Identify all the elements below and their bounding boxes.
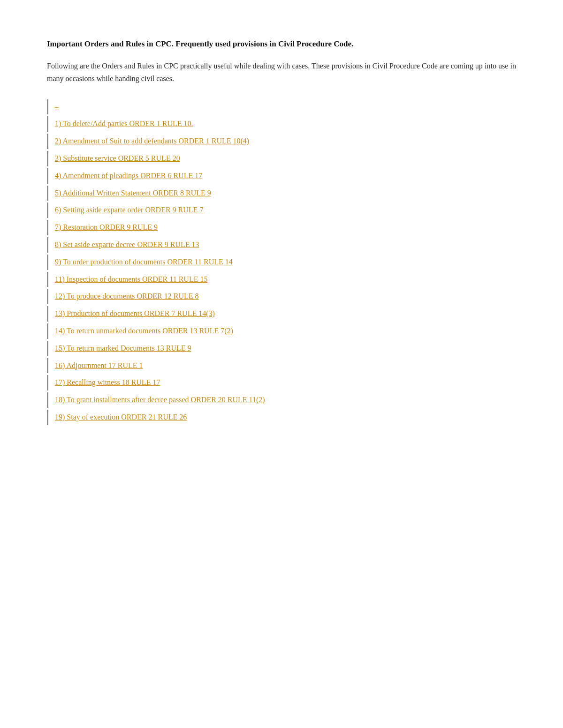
left-bar-decoration — [47, 203, 48, 218]
left-bar-decoration — [47, 151, 48, 166]
list-item-wrapper: 8) Set aside exparte decree ORDER 9 RULE… — [47, 237, 516, 253]
list-item-wrapper: 5) Additional Written Statement ORDER 8 … — [47, 186, 516, 201]
list-item-wrapper: 18) To grant installments after decree p… — [47, 392, 516, 408]
list-link-item-8[interactable]: 8) Set aside exparte decree ORDER 9 RULE… — [55, 237, 199, 253]
list-link-item-6[interactable]: 6) Setting aside exparte order ORDER 9 R… — [55, 203, 203, 218]
left-bar-decoration — [47, 392, 48, 408]
list-item-wrapper: 4) Amendment of pleadings ORDER 6 RULE 1… — [47, 168, 516, 184]
left-bar-decoration — [47, 323, 48, 339]
list-item-wrapper: 17) Recalling witness 18 RULE 17 — [47, 375, 516, 390]
left-bar-decoration — [47, 237, 48, 253]
left-bar-decoration — [47, 99, 48, 115]
left-bar-decoration — [47, 375, 48, 390]
page-heading: Important Orders and Rules in CPC. Frequ… — [47, 38, 516, 50]
list-link-item-empty[interactable]: – — [55, 99, 59, 115]
list-item-wrapper: 9) To order production of documents ORDE… — [47, 255, 516, 270]
left-bar-decoration — [47, 255, 48, 270]
list-item-wrapper: – — [47, 99, 516, 115]
left-bar-decoration — [47, 341, 48, 356]
left-bar-decoration — [47, 134, 48, 149]
list-link-item-14[interactable]: 14) To return unmarked documents ORDER 1… — [55, 323, 233, 339]
list-link-item-17[interactable]: 17) Recalling witness 18 RULE 17 — [55, 375, 160, 390]
left-bar-decoration — [47, 410, 48, 425]
left-bar-decoration — [47, 116, 48, 132]
intro-paragraph: Following are the Orders and Rules in CP… — [47, 60, 516, 85]
list-link-item-3[interactable]: 3) Substitute service ORDER 5 RULE 20 — [55, 151, 180, 166]
list-link-item-13[interactable]: 13) Production of documents ORDER 7 RULE… — [55, 306, 215, 322]
page-container: Important Orders and Rules in CPC. Frequ… — [47, 38, 516, 427]
list-item-wrapper: 7) Restoration ORDER 9 RULE 9 — [47, 220, 516, 235]
list-link-item-18[interactable]: 18) To grant installments after decree p… — [55, 392, 265, 408]
list-item-wrapper: 16) Adjournment 17 RULE 1 — [47, 358, 516, 374]
left-bar-decoration — [47, 168, 48, 184]
list-item-wrapper: 3) Substitute service ORDER 5 RULE 20 — [47, 151, 516, 166]
list-link-item-5[interactable]: 5) Additional Written Statement ORDER 8 … — [55, 186, 211, 201]
list-item-wrapper: 11) Inspection of documents ORDER 11 RUL… — [47, 272, 516, 287]
list-link-item-2[interactable]: 2) Amendment of Suit to add defendants O… — [55, 134, 249, 149]
list-link-item-15[interactable]: 15) To return marked Documents 13 RULE 9 — [55, 341, 191, 356]
left-bar-decoration — [47, 220, 48, 235]
list-item-wrapper: 2) Amendment of Suit to add defendants O… — [47, 134, 516, 149]
left-bar-decoration — [47, 272, 48, 287]
left-bar-decoration — [47, 306, 48, 322]
list-container: –1) To delete/Add parties ORDER 1 RULE 1… — [47, 99, 516, 427]
left-bar-decoration — [47, 289, 48, 304]
list-link-item-4[interactable]: 4) Amendment of pleadings ORDER 6 RULE 1… — [55, 168, 202, 184]
left-bar-decoration — [47, 186, 48, 201]
list-link-item-19[interactable]: 19) Stay of execution ORDER 21 RULE 26 — [55, 410, 187, 425]
list-item-wrapper: 19) Stay of execution ORDER 21 RULE 26 — [47, 410, 516, 425]
left-bar-decoration — [47, 358, 48, 374]
list-item-wrapper: 1) To delete/Add parties ORDER 1 RULE 10… — [47, 116, 516, 132]
list-item-wrapper: 15) To return marked Documents 13 RULE 9 — [47, 341, 516, 356]
list-link-item-16[interactable]: 16) Adjournment 17 RULE 1 — [55, 358, 143, 374]
list-item-wrapper: 6) Setting aside exparte order ORDER 9 R… — [47, 203, 516, 218]
list-item-wrapper: 12) To produce documents ORDER 12 RULE 8 — [47, 289, 516, 304]
list-link-item-7[interactable]: 7) Restoration ORDER 9 RULE 9 — [55, 220, 158, 235]
list-link-item-1[interactable]: 1) To delete/Add parties ORDER 1 RULE 10… — [55, 116, 193, 132]
list-item-wrapper: 13) Production of documents ORDER 7 RULE… — [47, 306, 516, 322]
list-link-item-9[interactable]: 9) To order production of documents ORDE… — [55, 255, 233, 270]
list-item-wrapper: 14) To return unmarked documents ORDER 1… — [47, 323, 516, 339]
list-link-item-11[interactable]: 11) Inspection of documents ORDER 11 RUL… — [55, 272, 207, 287]
list-link-item-12[interactable]: 12) To produce documents ORDER 12 RULE 8 — [55, 289, 199, 304]
